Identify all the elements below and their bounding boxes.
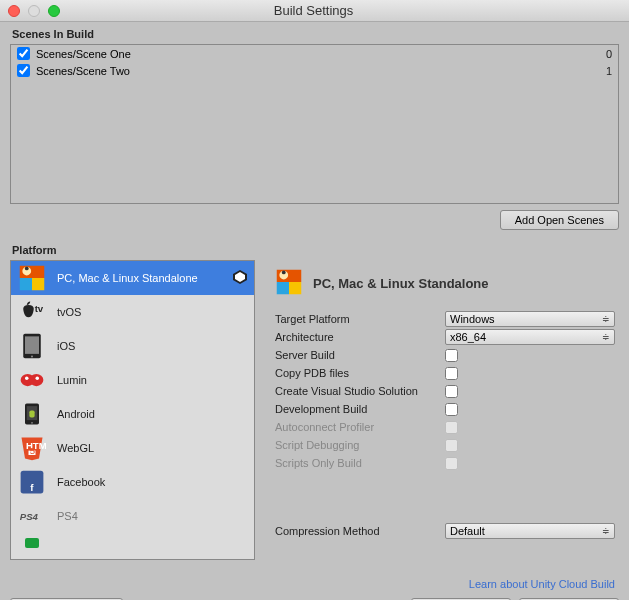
compression-dropdown[interactable]: Default: [445, 523, 615, 539]
platform-item-android[interactable]: Android: [11, 397, 254, 431]
scenes-list[interactable]: Scenes/Scene One 0 Scenes/Scene Two 1: [10, 44, 619, 204]
scene-row[interactable]: Scenes/Scene Two 1: [11, 62, 618, 79]
platform-item-more[interactable]: [11, 533, 254, 553]
copy-pdb-checkbox[interactable]: [445, 367, 458, 380]
unity-icon: [232, 269, 248, 287]
platform-label: Facebook: [57, 476, 105, 488]
svg-point-14: [36, 377, 40, 381]
script-debug-checkbox: [445, 439, 458, 452]
architecture-dropdown[interactable]: x86_64: [445, 329, 615, 345]
add-open-scenes-button[interactable]: Add Open Scenes: [500, 210, 619, 230]
scene-checkbox[interactable]: [17, 47, 30, 60]
dev-build-label: Development Build: [275, 403, 445, 415]
svg-point-13: [25, 377, 29, 381]
svg-rect-0: [20, 278, 32, 290]
ps4-icon: PS4: [17, 501, 47, 531]
scene-index: 1: [606, 65, 612, 77]
platform-header: Platform: [10, 238, 629, 260]
scripts-only-label: Scripts Only Build: [275, 457, 445, 469]
svg-rect-27: [289, 282, 301, 294]
scene-path: Scenes/Scene Two: [36, 65, 130, 77]
svg-rect-25: [25, 538, 39, 548]
scene-index: 0: [606, 48, 612, 60]
platform-label: PC, Mac & Linux Standalone: [57, 272, 198, 284]
android-icon: [17, 399, 47, 429]
lumin-icon: [17, 365, 47, 395]
svg-point-30: [282, 270, 286, 274]
server-build-label: Server Build: [275, 349, 445, 361]
standalone-icon: [275, 268, 303, 298]
platform-label: Lumin: [57, 374, 87, 386]
platform-item-standalone[interactable]: PC, Mac & Linux Standalone: [11, 261, 254, 295]
platform-label: WebGL: [57, 442, 94, 454]
standalone-icon: [17, 263, 47, 293]
webgl-icon: HTML5: [17, 433, 47, 463]
svg-rect-9: [25, 336, 39, 354]
platform-label: PS4: [57, 510, 78, 522]
svg-rect-17: [29, 411, 34, 418]
svg-point-10: [31, 355, 33, 357]
scene-row[interactable]: Scenes/Scene One 0: [11, 45, 618, 62]
script-debug-label: Script Debugging: [275, 439, 445, 451]
svg-point-4: [25, 266, 29, 270]
svg-point-12: [29, 374, 43, 386]
target-platform-dropdown[interactable]: Windows: [445, 311, 615, 327]
copy-pdb-label: Copy PDB files: [275, 367, 445, 379]
platform-item-tvos[interactable]: tv tvOS: [11, 295, 254, 329]
create-vs-checkbox[interactable]: [445, 385, 458, 398]
platform-item-ps4[interactable]: PS4 PS4: [11, 499, 254, 533]
platform-label: iOS: [57, 340, 75, 352]
architecture-label: Architecture: [275, 331, 445, 343]
server-build-checkbox[interactable]: [445, 349, 458, 362]
target-platform-label: Target Platform: [275, 313, 445, 325]
svg-point-18: [31, 422, 33, 424]
svg-text:5: 5: [30, 445, 35, 456]
platform-details: PC, Mac & Linux Standalone Target Platfo…: [275, 260, 629, 560]
platform-item-webgl[interactable]: HTML5 WebGL: [11, 431, 254, 465]
scenes-in-build-header: Scenes In Build: [0, 22, 629, 44]
create-vs-label: Create Visual Studio Solution: [275, 385, 445, 397]
more-platform-icon: [17, 528, 47, 558]
svg-rect-26: [277, 282, 289, 294]
platform-list[interactable]: PC, Mac & Linux Standalone tv tvOS iOS: [10, 260, 255, 560]
scripts-only-checkbox: [445, 457, 458, 470]
platform-label: tvOS: [57, 306, 81, 318]
tvos-icon: tv: [17, 297, 47, 327]
facebook-icon: f: [17, 467, 47, 497]
svg-rect-1: [32, 278, 44, 290]
svg-text:tv: tv: [35, 303, 44, 314]
autoconnect-label: Autoconnect Profiler: [275, 421, 445, 433]
compression-label: Compression Method: [275, 525, 445, 537]
autoconnect-checkbox: [445, 421, 458, 434]
platform-item-ios[interactable]: iOS: [11, 329, 254, 363]
platform-item-facebook[interactable]: f Facebook: [11, 465, 254, 499]
scene-path: Scenes/Scene One: [36, 48, 131, 60]
window-title: Build Settings: [6, 3, 621, 18]
bottom-bar: Player Settings... Build Build And Run: [0, 590, 629, 600]
scene-checkbox[interactable]: [17, 64, 30, 77]
cloud-build-link[interactable]: Learn about Unity Cloud Build: [469, 578, 615, 590]
dev-build-checkbox[interactable]: [445, 403, 458, 416]
svg-text:PS4: PS4: [20, 511, 39, 522]
platform-label: Android: [57, 408, 95, 420]
ios-icon: [17, 331, 47, 361]
svg-text:HTML: HTML: [26, 440, 46, 451]
details-header-label: PC, Mac & Linux Standalone: [313, 276, 489, 291]
platform-item-lumin[interactable]: Lumin: [11, 363, 254, 397]
titlebar: Build Settings: [0, 0, 629, 22]
